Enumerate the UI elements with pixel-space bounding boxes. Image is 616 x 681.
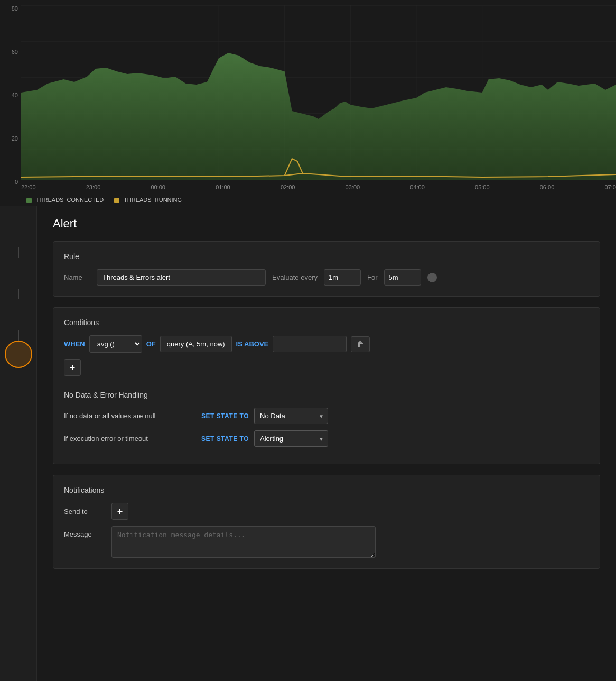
exec-error-state-select[interactable]: Alerting Keep Last State No Data OK bbox=[254, 430, 328, 447]
legend-threads-connected: THREADS_CONNECTED bbox=[26, 197, 104, 203]
sidebar-connector-1 bbox=[18, 247, 19, 258]
evaluate-every-input[interactable] bbox=[324, 269, 361, 286]
exec-error-row: If execution error or timeout SET STATE … bbox=[64, 430, 589, 447]
for-input[interactable] bbox=[384, 269, 421, 286]
of-label: OF bbox=[146, 340, 156, 348]
chart-y-axis: 80 60 40 20 0 bbox=[0, 5, 21, 185]
name-label: Name bbox=[64, 273, 90, 281]
add-notification-button[interactable]: + bbox=[111, 503, 128, 520]
sidebar bbox=[0, 206, 37, 681]
error-handling-section: No Data & Error Handling If no data or a… bbox=[64, 391, 589, 447]
sidebar-item-database[interactable] bbox=[5, 217, 32, 243]
rule-section-title: Rule bbox=[64, 252, 589, 261]
chart-legend: THREADS_CONNECTED THREADS_RUNNING bbox=[26, 197, 182, 203]
no-data-state-select[interactable]: No Data Alerting Keep Last State OK bbox=[254, 408, 328, 424]
no-data-set-state-label: SET STATE TO bbox=[201, 412, 249, 420]
exec-error-select-wrapper: Alerting Keep Last State No Data OK bbox=[254, 430, 328, 447]
no-data-condition-text: If no data or all values are null bbox=[64, 412, 196, 420]
svg-marker-14 bbox=[21, 53, 616, 180]
notifications-section: Notifications Send to + Message bbox=[53, 475, 600, 569]
sidebar-connector-2 bbox=[18, 289, 19, 299]
no-data-row: If no data or all values are null SET ST… bbox=[64, 408, 589, 424]
conditions-section-title: Conditions bbox=[64, 318, 589, 327]
exec-error-condition-text: If execution error or timeout bbox=[64, 435, 196, 443]
sidebar-item-alert[interactable] bbox=[5, 340, 32, 368]
notifications-title: Notifications bbox=[64, 486, 589, 494]
threshold-input[interactable] bbox=[273, 336, 347, 352]
rule-section: Rule Name Evaluate every For i bbox=[53, 241, 600, 297]
legend-running-dot bbox=[114, 198, 119, 203]
chart-svg bbox=[21, 5, 616, 185]
func-select[interactable]: avg () sum () min () max () count () bbox=[89, 335, 142, 353]
send-to-row: Send to + bbox=[64, 503, 589, 520]
info-icon[interactable]: i bbox=[427, 273, 437, 282]
evaluate-label: Evaluate every bbox=[272, 273, 318, 281]
rule-row: Name Evaluate every For i bbox=[64, 269, 589, 286]
legend-connected-dot bbox=[26, 198, 32, 203]
sidebar-item-settings[interactable] bbox=[5, 299, 32, 326]
is-above-label: IS ABOVE bbox=[236, 340, 269, 348]
page-title: Alert bbox=[53, 217, 600, 231]
query-button[interactable]: query (A, 5m, now) bbox=[160, 336, 232, 352]
for-label: For bbox=[367, 273, 378, 281]
message-row: Message bbox=[64, 526, 589, 558]
legend-threads-running: THREADS_RUNNING bbox=[114, 197, 182, 203]
exec-error-set-state-label: SET STATE TO bbox=[201, 435, 249, 443]
delete-condition-button[interactable]: 🗑 bbox=[351, 336, 370, 352]
chart-x-axis: 22:00 23:00 00:00 01:00 02:00 03:00 04:0… bbox=[21, 184, 616, 190]
content-area: Alert Rule Name Evaluate every For i Con… bbox=[37, 206, 616, 681]
no-data-select-wrapper: No Data Alerting Keep Last State OK bbox=[254, 408, 328, 424]
send-to-label: Send to bbox=[64, 508, 106, 516]
chart-area: 80 60 40 20 0 bbox=[0, 0, 616, 206]
add-condition-button[interactable]: + bbox=[64, 359, 81, 376]
conditions-section: Conditions WHEN avg () sum () min () max… bbox=[53, 307, 600, 464]
error-handling-title: No Data & Error Handling bbox=[64, 391, 589, 399]
main-layout: Alert Rule Name Evaluate every For i Con… bbox=[0, 206, 616, 681]
message-textarea[interactable] bbox=[111, 526, 376, 558]
alert-name-input[interactable] bbox=[97, 269, 266, 286]
sidebar-connector-3 bbox=[18, 330, 19, 340]
conditions-row: WHEN avg () sum () min () max () count (… bbox=[64, 335, 589, 353]
sidebar-item-chart[interactable] bbox=[5, 258, 32, 284]
message-label: Message bbox=[64, 526, 106, 538]
when-label: WHEN bbox=[64, 340, 85, 348]
